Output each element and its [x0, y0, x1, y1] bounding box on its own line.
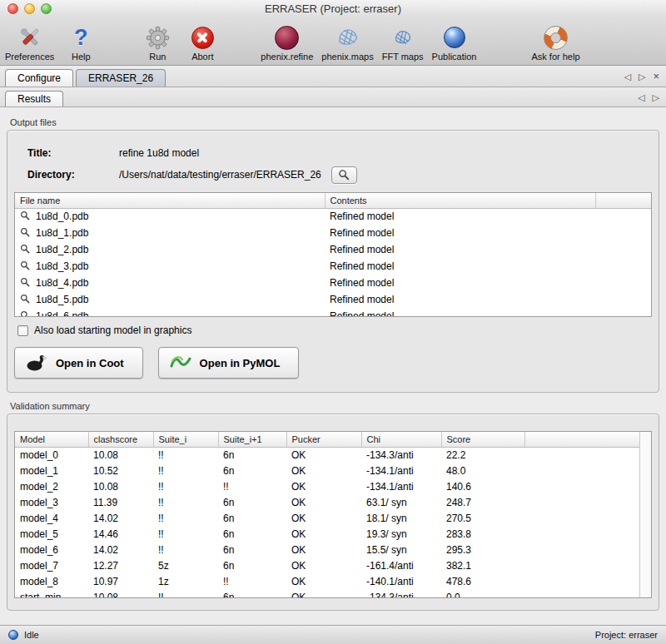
validation-row[interactable]: model_110.52!!6nOK-134.1/anti48.0 [15, 463, 651, 478]
column-header[interactable] [524, 432, 651, 447]
tab-close-icon[interactable]: × [653, 71, 659, 82]
cell: 6n [218, 447, 286, 463]
open-in-coot-button[interactable]: Open in Coot [14, 347, 143, 379]
toolbar-label: Help [72, 52, 91, 62]
validation-row[interactable]: model_514.46!!6nOK19.3/ syn283.8 [15, 526, 651, 542]
window-controls [7, 3, 52, 14]
magnifier-icon [20, 277, 30, 290]
column-header[interactable] [595, 193, 651, 208]
cell: model_6 [15, 542, 88, 557]
file-row[interactable]: 1u8d_1.pdbRefined model [15, 225, 651, 241]
output-files-group-label: Output files [10, 117, 659, 127]
cell: 11.39 [88, 494, 153, 510]
cell: !! [153, 447, 218, 463]
validation-row[interactable]: model_010.08!!6nOK-134.3/anti22.2 [15, 447, 651, 463]
column-header[interactable]: clashscore [88, 432, 153, 447]
cell: 10.97 [88, 573, 153, 589]
column-header[interactable]: Model [15, 432, 88, 447]
open-in-coot-label: Open in Coot [56, 357, 124, 369]
validation-table: ModelclashscoreSuite_iSuite_i+1PuckerChi… [14, 431, 652, 598]
load-starting-model-label: Also load starting model in graphics [34, 324, 191, 336]
cell: !! [153, 494, 218, 510]
tab-results[interactable]: Results [5, 91, 63, 107]
tab-scroll-left-icon[interactable]: ◁ [638, 92, 644, 102]
browse-directory-button[interactable] [331, 166, 357, 184]
cell: 295.3 [441, 542, 524, 557]
title-bar: ERRASER (Project: erraser) [0, 0, 666, 18]
cell: OK [286, 447, 361, 463]
toolbar-label: Run [149, 52, 166, 62]
toolbar-publication[interactable]: Publication [432, 24, 477, 62]
project-label: Project: erraser [595, 630, 658, 640]
cell: 6n [218, 557, 286, 573]
validation-row[interactable]: model_712.275z6nOK-161.4/anti382.1 [15, 557, 651, 573]
toolbar-preferences[interactable]: Preferences [5, 24, 54, 62]
cell: 6n [218, 589, 286, 598]
column-header[interactable]: File name [15, 193, 325, 208]
cell: 5z [153, 557, 218, 573]
file-row[interactable]: 1u8d_5.pdbRefined model [15, 291, 651, 308]
column-header[interactable]: Chi [361, 432, 441, 447]
tab-configure[interactable]: Configure [5, 69, 73, 87]
open-in-pymol-label: Open in PyMOL [200, 357, 281, 369]
cell: start_min [15, 589, 88, 598]
tab-nav-controls: ◁ ▷ × [624, 71, 659, 82]
column-header[interactable]: Suite_i [153, 432, 218, 447]
open-in-pymol-button[interactable]: Open in PyMOL [158, 347, 300, 379]
cell: 19.3/ syn [361, 526, 441, 542]
file-name: 1u8d_4.pdb [36, 277, 88, 289]
validation-row[interactable]: model_614.02!!6nOK15.5/ syn295.3 [15, 542, 651, 557]
toolbar-phenix-maps[interactable]: phenix.maps [321, 24, 373, 62]
file-row[interactable]: 1u8d_3.pdbRefined model [15, 258, 651, 275]
title-row: Title: refine 1u8d model [27, 142, 652, 164]
minimize-window-button[interactable] [24, 3, 35, 14]
validation-row[interactable]: start_min10.08!!6nOK-134.3/anti0.0 [15, 589, 651, 598]
close-window-button[interactable] [7, 3, 18, 14]
status-text: Idle [24, 630, 39, 640]
cell: OK [286, 573, 361, 589]
cell: !! [153, 526, 218, 542]
tab-scroll-right-icon[interactable]: ▷ [653, 92, 659, 102]
cell: OK [286, 463, 361, 478]
column-header[interactable]: Suite_i+1 [218, 432, 286, 447]
output-files-header-row: File nameContents [15, 193, 651, 208]
magnifier-icon [20, 211, 30, 223]
title-label: Title: [27, 147, 119, 159]
toolbar-label: FFT maps [382, 52, 424, 62]
zoom-window-button[interactable] [41, 3, 52, 14]
toolbar-abort[interactable]: Abort [184, 24, 221, 62]
cell: !! [153, 478, 218, 494]
file-row[interactable]: 1u8d_4.pdbRefined model [15, 275, 651, 291]
cell: !! [153, 463, 218, 478]
validation-row[interactable]: model_810.971z!!OK-140.1/anti478.6 [15, 573, 651, 589]
toolbar-help[interactable]: ? Help [62, 24, 99, 62]
validation-row[interactable]: model_311.39!!6nOK63.1/ syn248.7 [15, 494, 651, 510]
cell: OK [286, 494, 361, 510]
toolbar-phenix-refine[interactable]: phenix.refine [261, 24, 313, 62]
toolbar-run[interactable]: Run [139, 24, 176, 62]
magnifier-icon [20, 244, 30, 256]
tab-scroll-left-icon[interactable]: ◁ [624, 71, 630, 82]
column-header[interactable]: Pucker [286, 432, 361, 447]
load-starting-model-checkbox[interactable] [17, 325, 28, 336]
column-header[interactable]: Score [441, 432, 524, 447]
file-contents: Refined model [325, 208, 595, 225]
column-header[interactable]: Contents [325, 193, 595, 208]
toolbar-fft-maps[interactable]: FFT maps [382, 24, 424, 62]
toolbar-ask-for-help[interactable]: Ask for help [531, 24, 579, 62]
magnifier-icon [20, 227, 30, 240]
validation-row[interactable]: model_414.02!!6nOK18.1/ syn270.5 [15, 510, 651, 526]
tab-scroll-right-icon[interactable]: ▷ [639, 71, 645, 82]
cell: model_8 [15, 573, 88, 589]
cell: 6n [218, 510, 286, 526]
cell: -134.3/anti [361, 589, 441, 598]
sub-tab-bar: Results ◁ ▷ [0, 87, 666, 107]
tab-erraser-26[interactable]: ERRASER_26 [76, 69, 166, 87]
file-row[interactable]: 1u8d_6.pdbRefined model [15, 308, 651, 317]
magnifier-icon [338, 169, 350, 181]
file-row[interactable]: 1u8d_2.pdbRefined model [15, 241, 651, 258]
file-row[interactable]: 1u8d_0.pdbRefined model [15, 208, 651, 225]
validation-row[interactable]: model_210.08!!!!OK-134.1/anti140.6 [15, 478, 651, 494]
vertical-scrollbar[interactable] [639, 432, 651, 597]
cell: OK [286, 589, 361, 598]
